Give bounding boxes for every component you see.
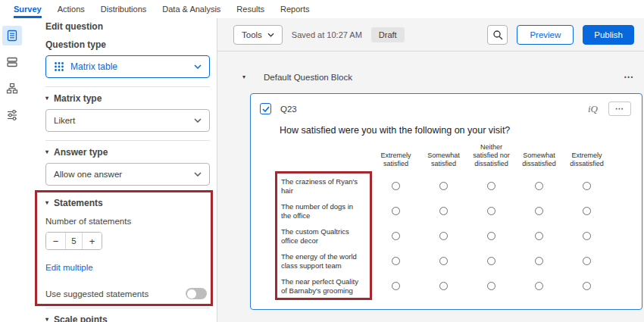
suggested-statements-row: Use suggested statements [45,288,210,299]
edit-multiple-link[interactable]: Edit multiple [45,263,210,272]
radio-button[interactable] [535,232,543,240]
statement-label[interactable]: The craziness of Ryan's hair [280,174,372,198]
question-card-header: Q23 iQ ⋯ [260,102,633,116]
radio-cell [420,232,467,240]
nav-tab-data-analysis[interactable]: Data & Analysis [162,0,220,18]
scale-points-section-header[interactable]: ▾ Scale points [45,314,210,322]
search-button[interactable] [487,25,508,45]
main-area: Tools Saved at 10:27 AM Draft Preview Pu… [217,18,644,322]
survey-options-icon[interactable] [2,105,22,125]
radio-button[interactable] [583,207,591,215]
radio-button[interactable] [392,232,400,240]
matrix-row: The custom Qualtrics office decor [280,224,611,249]
radio-button[interactable] [439,207,448,215]
answer-type-label: Answer type [54,147,108,158]
scale-points-label: Scale points [54,314,108,322]
radio-cell [563,282,611,290]
radio-cell [467,232,515,240]
radio-button[interactable] [535,207,543,215]
matrix-table: Extremely satisfied Somewhat satisfied N… [280,143,611,299]
radio-button[interactable] [583,282,591,290]
chevron-down-icon [267,33,274,37]
question-card[interactable]: Q23 iQ ⋯ How satisfied were you with the… [250,93,642,310]
question-checkbox[interactable] [260,103,271,114]
editor-toolbar: Tools Saved at 10:27 AM Draft Preview Pu… [217,18,644,52]
question-id: Q23 [280,105,297,114]
radio-button[interactable] [487,257,496,265]
publish-button[interactable]: Publish [583,25,634,45]
radio-button[interactable] [487,207,496,215]
block-title: Default Question Block [264,73,352,82]
radio-button[interactable] [535,182,543,190]
chevron-down-icon [194,172,202,177]
radio-button[interactable] [583,182,591,190]
statements-label: Statements [54,198,103,208]
statement-label[interactable]: The near perfect Quality of Barnaby's gr… [280,274,372,298]
radio-cell [515,257,563,265]
statement-count-stepper: − 5 + [45,232,102,250]
question-block-header: ▾ Default Question Block ⋯ [242,71,642,83]
statements-section: ▾ Statements Number of statements − 5 + … [45,198,210,299]
block-menu-button[interactable]: ⋯ [624,71,634,83]
radio-button[interactable] [392,257,400,265]
radio-button[interactable] [392,207,400,215]
answer-type-section-header[interactable]: ▾ Answer type [45,147,210,158]
matrix-column-header: Somewhat dissatisfied [515,152,563,174]
increase-statements-button[interactable]: + [83,233,102,249]
matrix-rows: The craziness of Ryan's hair The number … [280,174,611,299]
radio-button[interactable] [535,282,543,290]
nav-tab-distributions[interactable]: Distributions [101,0,147,18]
radio-cell [467,207,515,215]
statement-label[interactable]: The custom Qualtrics office decor [280,224,372,248]
radio-button[interactable] [392,282,400,290]
radio-cell [563,232,611,240]
radio-button[interactable] [535,257,543,265]
blocks-icon[interactable] [2,52,22,72]
radio-cell [563,257,611,265]
nav-tab-actions[interactable]: Actions [58,0,85,18]
question-text[interactable]: How satisfied were you with the followin… [280,125,633,136]
radio-button[interactable] [583,257,591,265]
decrease-statements-button[interactable]: − [46,233,65,249]
radio-button[interactable] [439,282,448,290]
matrix-column-header: Extremely dissatisfied [563,152,611,174]
matrix-column-header: Extremely satisfied [372,152,420,174]
radio-button[interactable] [439,182,448,190]
radio-button[interactable] [439,257,448,265]
radio-cell [420,282,467,290]
matrix-type-section-header[interactable]: ▾ Matrix type [45,93,210,104]
radio-cell [372,282,420,290]
statement-label[interactable]: The number of dogs in the office [280,199,372,223]
nav-tab-results[interactable]: Results [236,0,264,18]
survey-flow-icon[interactable] [2,79,22,98]
matrix-type-label: Matrix type [54,93,102,104]
preview-button[interactable]: Preview [517,25,574,45]
matrix-row: The energy of the world class support te… [280,249,611,274]
question-menu-button[interactable]: ⋯ [608,102,631,116]
nav-tab-survey[interactable]: Survey [14,0,42,18]
caret-down-icon: ▾ [45,93,48,104]
matrix-type-dropdown[interactable]: Likert [45,109,210,132]
answer-type-dropdown[interactable]: Allow one answer [45,163,210,186]
radio-button[interactable] [439,232,448,240]
radio-button[interactable] [487,232,496,240]
radio-button[interactable] [487,282,496,290]
radio-button[interactable] [487,182,496,190]
matrix-column-header: Neither satisfied nor dissatisfied [467,143,515,174]
statements-section-header[interactable]: ▾ Statements [45,198,210,208]
radio-cell [420,182,467,190]
nav-tab-reports[interactable]: Reports [280,0,310,18]
radio-cell [467,282,515,290]
matrix-header-row: Extremely satisfied Somewhat satisfied N… [280,143,611,174]
survey-builder-icon[interactable] [2,26,22,45]
tools-button[interactable]: Tools [233,25,283,45]
radio-button[interactable] [583,232,591,240]
question-type-dropdown[interactable]: Matrix table [45,55,210,78]
radio-button[interactable] [392,182,400,190]
iq-badge[interactable]: iQ [588,103,598,115]
question-edit-panel: Edit question Question type Matrix table… [24,18,217,322]
radio-cell [372,232,420,240]
caret-down-icon[interactable]: ▾ [242,73,245,80]
statement-label[interactable]: The energy of the world class support te… [280,249,372,273]
use-suggested-statements-toggle[interactable] [186,288,207,299]
